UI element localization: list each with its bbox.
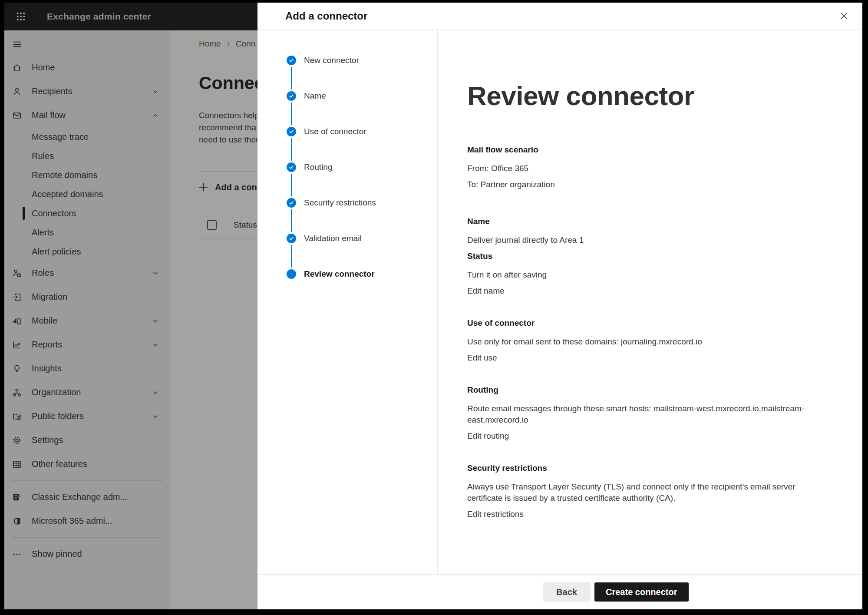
wizard-step-name[interactable]: Name <box>287 91 437 127</box>
wizard-step-label: Name <box>304 91 326 101</box>
wizard-step-security-restrictions[interactable]: Security restrictions <box>287 198 437 234</box>
dialog-footer: Back Create connector <box>257 574 862 609</box>
review-text: To: Partner organization <box>467 179 823 190</box>
wizard-step-label: Use of connector <box>304 127 366 136</box>
close-button[interactable] <box>836 9 851 23</box>
wizard-step-routing[interactable]: Routing <box>287 162 437 198</box>
step-completed-icon <box>287 91 296 101</box>
create-connector-button[interactable]: Create connector <box>594 582 689 602</box>
close-icon <box>839 11 849 21</box>
review-text: Use only for email sent to these domains… <box>467 336 823 347</box>
section-gap <box>467 297 845 317</box>
wizard-step-label: Routing <box>304 162 333 172</box>
wizard-step-label: Review connector <box>304 269 375 279</box>
check-icon <box>288 93 294 99</box>
review-sections: Mail flow scenarioFrom: Office 365To: Pa… <box>467 144 845 520</box>
section-gap <box>467 195 845 216</box>
add-connector-dialog: Add a connector New connectorNameUse of … <box>257 3 862 609</box>
check-icon <box>288 235 294 241</box>
modal-overlay <box>4 3 257 609</box>
review-heading: Review connector <box>467 83 845 109</box>
review-text: Route email messages through these smart… <box>467 403 823 426</box>
edit-name-link[interactable]: Edit name <box>467 285 823 297</box>
wizard-step-review-connector[interactable]: Review connector <box>287 269 437 305</box>
wizard-step-use-of-connector[interactable]: Use of connector <box>287 127 437 162</box>
wizard-step-validation-email[interactable]: Validation email <box>287 234 437 269</box>
wizard-step-label: Validation email <box>304 234 362 243</box>
review-section-heading-mail-flow-scenario: Mail flow scenario <box>467 144 845 155</box>
step-completed-icon <box>287 198 296 208</box>
edit-restrictions-link[interactable]: Edit restrictions <box>467 509 823 520</box>
check-icon <box>288 164 294 170</box>
wizard-step-label: New connector <box>304 56 359 65</box>
check-icon <box>288 57 294 63</box>
wizard-step-label: Security restrictions <box>304 198 376 208</box>
review-text: Always use Transport Layer Security (TLS… <box>467 481 823 504</box>
step-current-icon <box>287 269 296 279</box>
dialog-title: Add a connector <box>285 10 836 22</box>
edit-routing-link[interactable]: Edit routing <box>467 430 823 442</box>
review-text: Turn it on after saving <box>467 269 823 281</box>
section-gap <box>467 442 845 463</box>
review-section-heading-use-of-connector: Use of connector <box>467 317 845 329</box>
edit-use-link[interactable]: Edit use <box>467 352 823 364</box>
back-button[interactable]: Back <box>543 582 591 602</box>
review-text: From: Office 365 <box>467 163 823 174</box>
wizard-step-new-connector[interactable]: New connector <box>287 56 437 91</box>
check-icon <box>288 200 294 206</box>
step-completed-icon <box>287 234 296 243</box>
review-section-heading-name: Name <box>467 216 845 227</box>
dialog-header: Add a connector <box>257 3 862 30</box>
review-pane: Review connector Mail flow scenarioFrom:… <box>438 30 862 574</box>
step-completed-icon <box>287 56 296 65</box>
review-section-heading-status: Status <box>467 251 845 262</box>
step-completed-icon <box>287 162 296 172</box>
review-section-heading-security-restrictions: Security restrictions <box>467 463 845 474</box>
review-section-heading-routing: Routing <box>467 384 845 396</box>
check-icon <box>288 129 294 135</box>
step-completed-icon <box>287 127 296 136</box>
section-gap <box>467 364 845 384</box>
wizard-steps: New connectorNameUse of connectorRouting… <box>257 30 438 574</box>
review-text: Deliver journal directly to Area 1 <box>467 235 823 246</box>
